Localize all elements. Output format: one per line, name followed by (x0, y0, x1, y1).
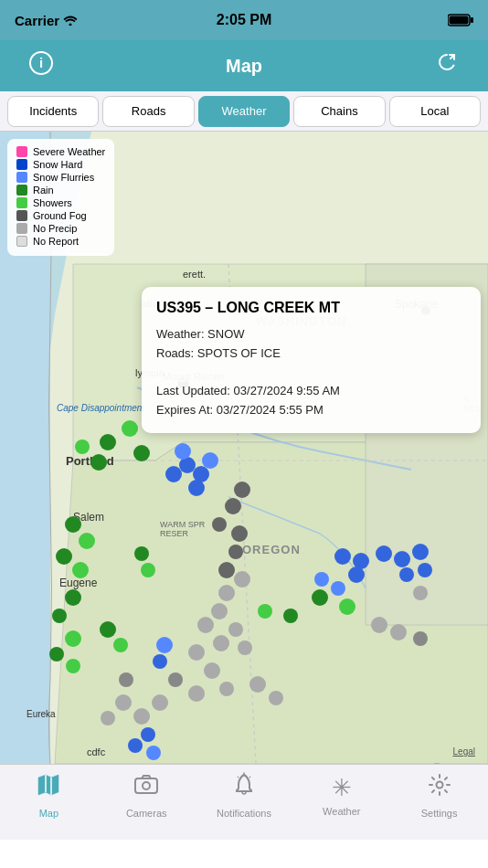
status-bar: Carrier 2:05 PM (0, 0, 488, 40)
weather-dot[interactable] (90, 454, 107, 471)
weather-dot[interactable] (339, 598, 355, 615)
weather-dot[interactable] (153, 654, 167, 669)
svg-point-0 (69, 24, 72, 26)
weather-dot[interactable] (79, 533, 95, 549)
weather-dot[interactable] (231, 525, 248, 542)
weather-dot[interactable] (146, 746, 161, 760)
weather-dot[interactable] (165, 466, 182, 482)
svg-rect-16 (135, 778, 157, 793)
weather-dot[interactable] (134, 546, 149, 561)
weather-dot[interactable] (376, 545, 392, 562)
tab-settings[interactable]: Settings (412, 772, 467, 819)
weather-dot[interactable] (418, 563, 432, 577)
weather-dot[interactable] (219, 682, 234, 696)
legal-label[interactable]: Legal (453, 746, 475, 757)
tab-notifications[interactable]: Notifications (217, 772, 271, 819)
popup-last-updated: Last Updated: 03/27/2024 9:55 AM (156, 382, 466, 401)
tab-weather-bottom[interactable]: ✳ Weather (314, 774, 369, 817)
weather-dot[interactable] (66, 659, 80, 673)
weather-dot[interactable] (65, 589, 81, 606)
weather-dot[interactable] (348, 566, 365, 583)
weather-dot[interactable] (49, 647, 64, 662)
bottom-tab-bar: Map Cameras Notifications ✳ (0, 764, 488, 840)
info-button[interactable]: i (29, 51, 53, 80)
weather-dot[interactable] (249, 676, 266, 693)
battery-icon (448, 14, 473, 26)
weather-dot[interactable] (56, 548, 72, 565)
weather-dot[interactable] (197, 617, 214, 633)
weather-dot[interactable] (175, 443, 191, 460)
weather-dot[interactable] (238, 640, 252, 655)
weather-dot[interactable] (133, 708, 150, 725)
weather-dot[interactable] (72, 562, 89, 578)
location-popup[interactable]: US395 – LONG CREEK MT Weather: SNOW Road… (142, 287, 481, 433)
weather-dot[interactable] (334, 548, 351, 565)
weather-dot[interactable] (394, 551, 410, 567)
weather-dot[interactable] (65, 516, 81, 533)
weather-dot[interactable] (234, 571, 250, 587)
weather-dot[interactable] (100, 434, 116, 450)
weather-dot[interactable] (413, 631, 428, 646)
weather-dot[interactable] (228, 622, 243, 637)
nav-bar: i Map (0, 40, 488, 91)
notifications-tab-label: Notifications (217, 808, 271, 819)
weather-dot[interactable] (331, 581, 345, 596)
weather-dot[interactable] (119, 672, 133, 687)
weather-dot[interactable] (399, 567, 414, 582)
tab-incidents[interactable]: Incidents (7, 96, 99, 127)
weather-dot[interactable] (211, 603, 228, 619)
weather-dot[interactable] (122, 420, 138, 437)
weather-dot[interactable] (218, 585, 235, 601)
svg-line-20 (249, 777, 250, 778)
weather-dot[interactable] (228, 545, 243, 559)
weather-dot[interactable] (202, 452, 218, 469)
weather-dot[interactable] (75, 439, 90, 454)
weather-tab-label: Weather (323, 806, 360, 817)
weather-dot[interactable] (213, 635, 229, 651)
map-icon (36, 772, 61, 804)
weather-dot[interactable] (141, 563, 155, 577)
weather-dot[interactable] (314, 572, 329, 587)
weather-dot[interactable] (133, 445, 150, 461)
refresh-button[interactable] (435, 51, 459, 80)
weather-dot[interactable] (218, 562, 235, 578)
tab-map[interactable]: Map (21, 772, 76, 819)
map-area[interactable]: WASHINGTON OREGON Cape Disappointment Po… (0, 132, 488, 764)
weather-dot[interactable] (283, 609, 298, 623)
weather-dot[interactable] (128, 738, 143, 753)
weather-dot[interactable] (258, 604, 272, 619)
weather-dot[interactable] (312, 589, 328, 606)
map-tab-label: Map (39, 808, 58, 819)
weather-dot[interactable] (188, 480, 205, 496)
weather-dot[interactable] (234, 482, 250, 498)
battery-indicator (448, 14, 473, 26)
weather-dot[interactable] (412, 544, 429, 560)
popup-title: US395 – LONG CREEK MT (156, 300, 466, 316)
weather-dot[interactable] (52, 609, 67, 623)
popup-roads: Roads: SPOTS OF ICE (156, 344, 466, 364)
weather-dot[interactable] (101, 711, 115, 725)
weather-dot[interactable] (156, 637, 173, 653)
weather-dot[interactable] (371, 617, 387, 633)
tab-weather[interactable]: Weather (198, 96, 290, 127)
weather-dot[interactable] (65, 630, 81, 647)
tab-roads[interactable]: Roads (102, 96, 194, 127)
weather-dot[interactable] (225, 498, 241, 514)
weather-dot[interactable] (152, 694, 168, 711)
weather-dot[interactable] (113, 638, 128, 652)
tab-cameras[interactable]: Cameras (119, 772, 174, 819)
weather-dot[interactable] (100, 621, 116, 638)
weather-dot[interactable] (188, 644, 205, 661)
tab-local[interactable]: Local (389, 96, 481, 127)
weather-dot[interactable] (413, 586, 428, 600)
tab-chains[interactable]: Chains (293, 96, 385, 127)
weather-dot[interactable] (204, 662, 220, 679)
settings-tab-label: Settings (421, 808, 458, 819)
weather-dot[interactable] (390, 624, 407, 640)
weather-dot[interactable] (212, 517, 227, 532)
weather-dot[interactable] (115, 694, 132, 711)
weather-dot[interactable] (269, 691, 283, 705)
weather-dot[interactable] (188, 685, 205, 702)
weather-dot[interactable] (141, 727, 155, 742)
weather-dot[interactable] (168, 672, 183, 687)
